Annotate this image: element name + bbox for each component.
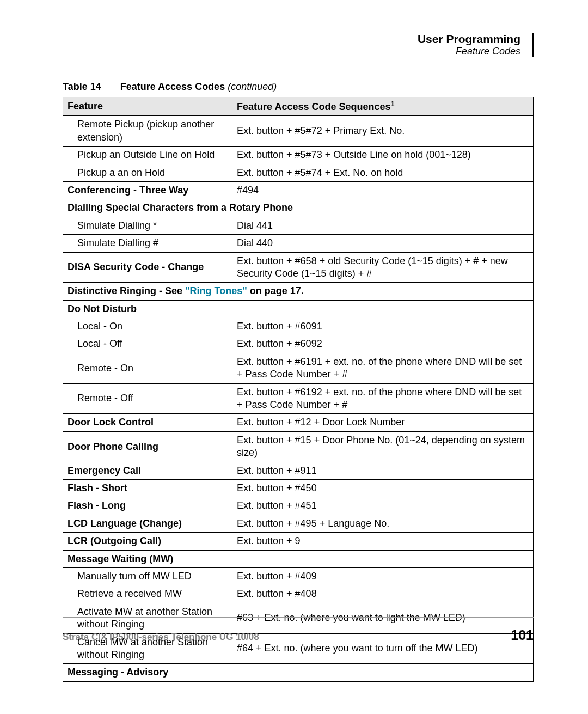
cell-sequence: Ext. button + #15 + Door Phone No. (01~2… <box>232 431 534 462</box>
table-row: LCD Language (Change)Ext. button + #495 … <box>63 515 534 532</box>
table-caption: Table 14 Feature Access Codes (continued… <box>63 81 534 93</box>
cell-sequence: Ext. button + 9 <box>232 533 534 550</box>
th-seq-text: Feature Access Code Sequences <box>237 101 390 112</box>
table-row: Remote - OffExt. button + #6192 + ext. n… <box>63 383 534 414</box>
cell-feature: Flash - Short <box>63 479 232 497</box>
table-row: Do Not Disturb <box>63 300 534 318</box>
cell-sequence: Ext. button + #408 <box>232 585 534 603</box>
cell-sequence: #494 <box>232 181 534 199</box>
table-row: Remote - OnExt. button + #6191 + ext. no… <box>63 353 534 383</box>
cell-feature: Conferencing - Three Way <box>63 181 232 199</box>
table-row: Message Waiting (MW) <box>63 550 534 567</box>
header-block: User Programming Feature Codes <box>63 33 534 57</box>
ring-tones-link[interactable]: "Ring Tones" <box>185 285 247 296</box>
cell-span-heading: Messaging - Advisory <box>63 664 534 681</box>
cell-span-heading: Distinctive Ringing - See "Ring Tones" o… <box>63 283 534 300</box>
page-section-title: User Programming <box>63 33 520 46</box>
cell-feature: Remote Pickup (pickup another extension) <box>63 116 232 147</box>
cell-sequence: Ext. button + #409 <box>232 567 534 585</box>
table-row: LCR (Outgoing Call)Ext. button + 9 <box>63 533 534 550</box>
cell-feature: Manually turn off MW LED <box>63 567 232 585</box>
table-row: Local - OffExt. button + #6092 <box>63 335 534 353</box>
table-row: Remote Pickup (pickup another extension)… <box>63 116 534 147</box>
cell-sequence: Ext. button + #5#72 + Primary Ext. No. <box>232 116 534 147</box>
cell-feature: Remote - Off <box>63 383 232 414</box>
table-row: Local - OnExt. button + #6091 <box>63 318 534 335</box>
cell-sequence: Ext. button + #6191 + ext. no. of the ph… <box>232 353 534 383</box>
feature-codes-table: Feature Feature Access Code Sequences1 R… <box>63 97 534 682</box>
cell-sequence: Ext. button + #450 <box>232 479 534 497</box>
table-row: Emergency CallExt. button + #911 <box>63 462 534 479</box>
cell-span-heading: Message Waiting (MW) <box>63 550 534 567</box>
cell-feature: Simulate Dialling * <box>63 217 232 234</box>
page-footer: Strata CIX IP5000-series Telephone UG 10… <box>63 617 534 643</box>
table-continued: (continued) <box>228 81 277 92</box>
cell-sequence: Ext. button + #6192 + ext. no. of the ph… <box>232 383 534 414</box>
table-row: Simulate Dialling *Dial 441 <box>63 217 534 234</box>
cell-sequence: Ext. button + #658 + old Security Code (… <box>232 252 534 283</box>
table-row: Simulate Dialling #Dial 440 <box>63 235 534 252</box>
table-row: Flash - LongExt. button + #451 <box>63 497 534 515</box>
cell-span-heading: Do Not Disturb <box>63 300 534 318</box>
cell-feature: Remote - On <box>63 353 232 383</box>
th-sequences: Feature Access Code Sequences1 <box>232 97 534 116</box>
cell-sequence: Ext. button + #6091 <box>232 318 534 335</box>
cell-feature: Flash - Long <box>63 497 232 515</box>
table-row: Distinctive Ringing - See "Ring Tones" o… <box>63 283 534 300</box>
table-row: Pickup a an on HoldExt. button + #5#74 +… <box>63 164 534 181</box>
cell-feature: Door Phone Calling <box>63 431 232 462</box>
table-row: Door Lock ControlExt. button + #12 + Doo… <box>63 414 534 431</box>
cell-sequence: Ext. button + #5#74 + Ext. No. on hold <box>232 164 534 181</box>
cell-feature: LCD Language (Change) <box>63 515 232 532</box>
table-row: Pickup an Outside Line on HoldExt. butto… <box>63 147 534 164</box>
distinctive-post: on page 17. <box>247 285 304 296</box>
table-row: DISA Security Code - ChangeExt. button +… <box>63 252 534 283</box>
cell-sequence: Ext. button + #495 + Language No. <box>232 515 534 532</box>
footer-left-text: Strata CIX IP5000-series Telephone UG 10… <box>63 632 259 643</box>
cell-feature: Local - Off <box>63 335 232 353</box>
cell-sequence: Ext. button + #911 <box>232 462 534 479</box>
cell-feature: Door Lock Control <box>63 414 232 431</box>
table-row: Flash - ShortExt. button + #450 <box>63 479 534 497</box>
th-feature: Feature <box>63 97 232 116</box>
table-row: Retrieve a received MWExt. button + #408 <box>63 585 534 603</box>
cell-feature: Local - On <box>63 318 232 335</box>
table-title: Feature Access Codes <box>120 81 228 92</box>
cell-sequence: Ext. button + #451 <box>232 497 534 515</box>
cell-sequence: Dial 441 <box>232 217 534 234</box>
cell-sequence: Ext. button + #12 + Door Lock Number <box>232 414 534 431</box>
cell-feature: Pickup an Outside Line on Hold <box>63 147 232 164</box>
table-row: Door Phone CallingExt. button + #15 + Do… <box>63 431 534 462</box>
table-header-row: Feature Feature Access Code Sequences1 <box>63 97 534 116</box>
table-row: Dialling Special Characters from a Rotar… <box>63 199 534 217</box>
cell-sequence: Ext. button + #6092 <box>232 335 534 353</box>
cell-sequence: Dial 440 <box>232 235 534 252</box>
cell-feature: LCR (Outgoing Call) <box>63 533 232 550</box>
table-row: Manually turn off MW LEDExt. button + #4… <box>63 567 534 585</box>
cell-span-heading: Dialling Special Characters from a Rotar… <box>63 199 534 217</box>
th-seq-sup: 1 <box>391 100 395 108</box>
cell-feature: Retrieve a received MW <box>63 585 232 603</box>
cell-feature: Pickup a an on Hold <box>63 164 232 181</box>
table-row: Messaging - Advisory <box>63 664 534 681</box>
cell-sequence: Ext. button + #5#73 + Outside Line on ho… <box>232 147 534 164</box>
page-number: 101 <box>511 627 534 643</box>
table-number: Table 14 <box>63 81 101 92</box>
page-section-subtitle: Feature Codes <box>63 46 520 57</box>
cell-feature: Emergency Call <box>63 462 232 479</box>
table-row: Conferencing - Three Way#494 <box>63 181 534 199</box>
cell-feature: DISA Security Code - Change <box>63 252 232 283</box>
distinctive-pre: Distinctive Ringing - See <box>68 285 185 296</box>
cell-feature: Simulate Dialling # <box>63 235 232 252</box>
